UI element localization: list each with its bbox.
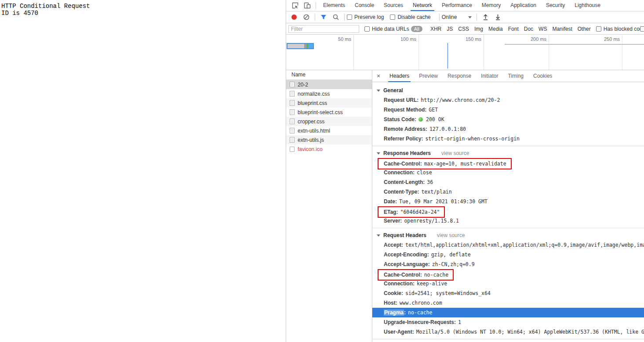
- request-row-extn-utils-html[interactable]: extn-utils.html: [286, 126, 372, 135]
- detail-tab-headers[interactable]: Headers: [385, 70, 414, 82]
- request-row-20-2[interactable]: 20-2: [286, 80, 372, 89]
- checkbox-icon: [596, 26, 601, 32]
- request-row-favicon-ico[interactable]: favicon.ico: [286, 144, 372, 154]
- filter-input[interactable]: [288, 25, 359, 33]
- detail-tab-preview[interactable]: Preview: [414, 70, 443, 82]
- request-row-cropper-css[interactable]: cropper.css: [286, 117, 372, 126]
- view-source-link[interactable]: view source: [441, 148, 469, 158]
- request-headers-section-header[interactable]: Request Headers view source: [372, 230, 644, 240]
- request-name: blueprint.css: [298, 100, 327, 106]
- document-icon: [290, 128, 295, 133]
- request-header-cookie: Cookie:sid=2541; system=Windows_x64: [372, 288, 644, 298]
- checkbox-icon: [390, 14, 395, 20]
- network-main-area: Name 20-2 normalize.css blueprint.css bl…: [286, 70, 644, 342]
- detail-tab-timing[interactable]: Timing: [503, 70, 528, 82]
- filter-type-manifest[interactable]: Manifest: [552, 26, 572, 32]
- header-name: Date:: [384, 198, 397, 205]
- search-icon: [333, 14, 339, 20]
- request-name: 20-2: [298, 82, 308, 88]
- header-name: Accept-Language:: [384, 261, 430, 267]
- devtools-panel: Elements Console Sources Network Perform…: [286, 0, 644, 342]
- general-request-url: Request URL:http://www.chrono.com/20-2: [372, 95, 644, 105]
- request-name: blueprint-select.css: [298, 109, 343, 115]
- header-name: Accept:: [384, 242, 403, 248]
- section-divider: [372, 228, 644, 228]
- request-row-blueprint-select-css[interactable]: blueprint-select.css: [286, 108, 372, 117]
- throttling-dropdown[interactable]: Online: [442, 14, 472, 20]
- ruler-tick: 50 ms: [338, 36, 353, 42]
- close-detail-button[interactable]: ×: [372, 72, 385, 79]
- general-status-code: Status Code:200 OK: [372, 115, 644, 124]
- throttling-value: Online: [442, 14, 457, 20]
- filter-type-ws[interactable]: WS: [538, 26, 547, 32]
- clear-icon: [303, 14, 309, 20]
- hide-data-urls-checkbox[interactable]: Hide data URLs: [364, 26, 409, 32]
- header-value: no-cache: [408, 310, 432, 316]
- request-row-normalize-css[interactable]: normalize.css: [286, 89, 372, 98]
- headers-detail-body: General Request URL:http://www.chrono.co…: [372, 82, 644, 342]
- response-header-content-length: Content-Length:36: [372, 177, 644, 187]
- section-divider: [372, 339, 644, 339]
- filter-type-all[interactable]: All: [411, 26, 422, 32]
- tab-memory[interactable]: Memory: [479, 0, 504, 11]
- network-toolbar: Preserve log Disable cache Online: [286, 11, 644, 23]
- detail-tab-initiator[interactable]: Initiator: [476, 70, 503, 82]
- header-value: http://www.chrono.com/20-2: [421, 97, 500, 103]
- inspect-element-button[interactable]: [289, 0, 301, 11]
- view-source-link[interactable]: view source: [437, 230, 465, 240]
- preserve-log-label: Preserve log: [354, 14, 384, 20]
- blocked-requests-checkbox[interactable]: [640, 26, 644, 32]
- request-row-extn-utils-js[interactable]: extn-utils.js: [286, 135, 372, 144]
- section-title-text: Response Headers: [383, 148, 431, 158]
- overview-selection-window[interactable]: [287, 43, 314, 49]
- tab-application[interactable]: Application: [507, 0, 539, 11]
- toggle-device-toolbar-button[interactable]: [301, 0, 313, 11]
- header-name: Content-Type:: [384, 189, 419, 195]
- filter-type-font[interactable]: Font: [508, 26, 519, 32]
- ruler-tick: 250 ms: [604, 36, 622, 42]
- request-name: favicon.ico: [298, 146, 323, 152]
- toolbar-divider: [477, 14, 477, 21]
- name-column-header[interactable]: Name: [286, 70, 372, 80]
- search-button[interactable]: [330, 12, 342, 22]
- header-name: User-Agent:: [384, 329, 414, 335]
- preserve-log-checkbox[interactable]: Preserve log: [347, 14, 384, 20]
- detail-tab-response[interactable]: Response: [443, 70, 476, 82]
- arrow-up-icon: [483, 14, 488, 20]
- tab-console[interactable]: Console: [352, 0, 377, 11]
- filter-type-media[interactable]: Media: [488, 26, 503, 32]
- request-row-blueprint-css[interactable]: blueprint.css: [286, 98, 372, 108]
- header-name: Connection:: [384, 281, 415, 287]
- filter-toggle-button[interactable]: [317, 12, 330, 22]
- export-har-button[interactable]: [491, 12, 504, 22]
- filter-type-css[interactable]: CSS: [458, 26, 469, 32]
- record-button[interactable]: [291, 14, 297, 20]
- selected-text: Pragma: [384, 310, 404, 316]
- header-value: 200 OK: [426, 116, 444, 122]
- inspect-cursor-icon: [292, 2, 298, 9]
- import-har-button[interactable]: [479, 12, 491, 22]
- devtools-tabbar: Elements Console Sources Network Perform…: [286, 0, 644, 11]
- filter-type-other[interactable]: Other: [578, 26, 591, 32]
- checkbox-icon: [364, 26, 370, 32]
- general-section-header[interactable]: General: [372, 86, 644, 95]
- filter-type-img[interactable]: Img: [474, 26, 483, 32]
- tab-sources[interactable]: Sources: [381, 0, 406, 11]
- tab-performance[interactable]: Performance: [439, 0, 475, 11]
- toolbar-divider: [315, 14, 315, 21]
- triangle-down-icon: [377, 90, 380, 92]
- filter-type-xhr[interactable]: XHR: [430, 26, 441, 32]
- filter-type-doc[interactable]: Doc: [524, 26, 533, 32]
- tab-security[interactable]: Security: [543, 0, 568, 11]
- tab-network[interactable]: Network: [410, 0, 435, 11]
- filter-type-js[interactable]: JS: [447, 26, 453, 32]
- clear-button[interactable]: [300, 12, 313, 22]
- tab-elements[interactable]: Elements: [320, 0, 348, 11]
- tab-lighthouse[interactable]: Lighthouse: [571, 0, 604, 11]
- has-blocked-cookies-checkbox[interactable]: Has blocked cookies: [596, 26, 644, 32]
- detail-tab-cookies[interactable]: Cookies: [528, 70, 557, 82]
- response-headers-section-header[interactable]: Response Headers view source: [372, 148, 644, 158]
- disable-cache-checkbox[interactable]: Disable cache: [390, 14, 430, 20]
- document-icon: [290, 137, 295, 143]
- network-overview[interactable]: 50 ms 100 ms 150 ms 200 ms 250 ms: [286, 35, 644, 70]
